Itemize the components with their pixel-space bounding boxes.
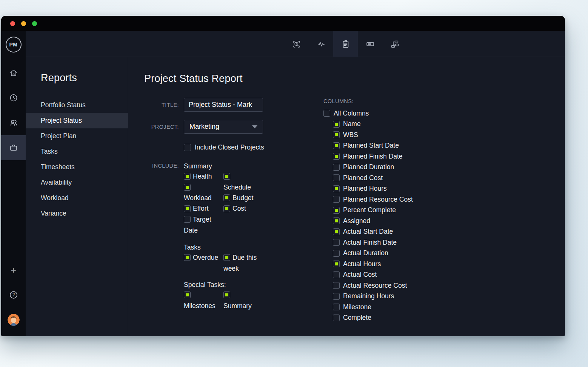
checkbox[interactable] (333, 174, 340, 181)
checkbox[interactable] (333, 271, 340, 278)
checkbox[interactable] (333, 239, 340, 246)
checkbox[interactable] (223, 254, 230, 261)
checkbox[interactable] (223, 205, 230, 212)
column-option-all-columns[interactable]: All Columns (323, 108, 448, 119)
toolbar-scan-search[interactable] (284, 31, 309, 57)
include-option-schedule[interactable]: Schedule (223, 171, 266, 193)
user-menu[interactable] (1, 307, 26, 332)
toolbar-reports[interactable] (333, 31, 358, 57)
column-option-label: Actual Cost (343, 271, 377, 279)
checkbox[interactable] (223, 173, 230, 180)
checkbox[interactable] (333, 121, 340, 128)
sidebar-item-project-plan[interactable]: Project Plan (26, 128, 128, 144)
include-option-effort[interactable]: Effort (184, 204, 223, 214)
checkbox[interactable] (184, 291, 191, 298)
toolbar-workflow[interactable] (382, 31, 407, 57)
include-option-health[interactable]: Health (184, 171, 223, 182)
checkbox[interactable] (223, 291, 230, 298)
checkbox[interactable] (184, 216, 191, 223)
help-button[interactable]: ? (1, 282, 26, 307)
column-option-planned-finish-date[interactable]: Planned Finish Date (333, 151, 448, 162)
sidebar-item-portfolio-status[interactable]: Portfolio Status (26, 97, 128, 113)
minimize-window-button[interactable] (21, 21, 26, 26)
checkbox[interactable] (333, 228, 340, 235)
column-option-milestone[interactable]: Milestone (333, 302, 448, 313)
checkbox[interactable] (223, 194, 230, 201)
column-option-label: Actual Duration (343, 249, 388, 257)
column-option-planned-start-date[interactable]: Planned Start Date (333, 140, 448, 151)
checkbox[interactable] (333, 304, 340, 310)
include-closed-checkbox[interactable] (184, 144, 191, 151)
checkbox[interactable] (184, 254, 191, 261)
checkbox[interactable] (333, 217, 340, 224)
column-option-wbs[interactable]: WBS (333, 130, 448, 140)
include-option-due-this-week[interactable]: Due thisweek (223, 252, 266, 274)
column-option-assigned[interactable]: Assigned (333, 216, 448, 227)
column-option-name[interactable]: Name (333, 119, 448, 130)
checkbox[interactable] (333, 261, 340, 267)
project-select[interactable]: Marketing (184, 120, 263, 134)
checkbox[interactable] (333, 250, 340, 257)
column-option-label: Remaining Hours (343, 292, 394, 300)
checkbox[interactable] (184, 205, 191, 212)
include-option-workload[interactable]: Workload (184, 182, 223, 204)
column-option-actual-hours[interactable]: Actual Hours (333, 259, 448, 270)
project-select-value: Marketing (189, 123, 219, 131)
column-option-planned-resource-cost[interactable]: Planned Resource Cost (333, 194, 448, 205)
checkbox[interactable] (184, 184, 191, 191)
sidebar-item-availability[interactable]: Availability (26, 175, 128, 190)
sidebar-item-workload[interactable]: Workload (26, 190, 128, 206)
checkbox[interactable] (333, 153, 340, 160)
column-option-label: Planned Cost (343, 174, 383, 182)
include-option-target-date[interactable]: TargetDate (184, 214, 223, 236)
title-input[interactable] (184, 98, 263, 112)
include-option-cost[interactable]: Cost (223, 204, 266, 214)
close-window-button[interactable] (10, 21, 15, 26)
column-option-actual-finish-date[interactable]: Actual Finish Date (333, 237, 448, 248)
include-option-budget[interactable]: Budget (223, 193, 266, 204)
checkbox[interactable] (333, 282, 340, 289)
include-closed-label: Include Closed Projects (195, 143, 264, 151)
include-option-label: Health (193, 173, 212, 180)
sidebar-item-tasks[interactable]: Tasks (26, 144, 128, 159)
include-option-label: Summary (223, 301, 266, 311)
nav-team[interactable] (1, 110, 26, 135)
column-option-complete[interactable]: Complete (333, 313, 448, 324)
checkbox[interactable] (333, 207, 340, 214)
nav-time[interactable] (1, 85, 26, 110)
column-option-planned-cost[interactable]: Planned Cost (333, 173, 448, 184)
column-option-planned-hours[interactable]: Planned Hours (333, 184, 448, 194)
checkbox[interactable] (333, 164, 340, 171)
pm-logo[interactable]: PM (6, 37, 22, 52)
column-option-actual-cost[interactable]: Actual Cost (333, 270, 448, 281)
include-option-overdue[interactable]: Overdue (184, 252, 223, 263)
checkbox[interactable] (333, 142, 340, 149)
column-option-percent-complete[interactable]: Percent Complete (333, 205, 448, 216)
checkbox[interactable] (333, 185, 340, 192)
nav-home[interactable] (1, 60, 26, 85)
add-button[interactable]: + (1, 258, 26, 282)
sidebar-item-variance[interactable]: Variance (26, 206, 128, 221)
checkbox[interactable] (333, 131, 340, 138)
nav-portfolio[interactable] (1, 135, 26, 160)
column-option-planned-duration[interactable]: Planned Duration (333, 162, 448, 173)
checkbox[interactable] (333, 293, 340, 300)
column-option-actual-start-date[interactable]: Actual Start Date (333, 227, 448, 237)
home-icon (9, 68, 18, 77)
checkbox[interactable] (333, 196, 340, 203)
sidebar-item-timesheets[interactable]: Timesheets (26, 159, 128, 175)
checkbox[interactable] (323, 110, 330, 117)
checkbox[interactable] (184, 173, 191, 180)
column-option-actual-duration[interactable]: Actual Duration (333, 248, 448, 259)
include-closed-option[interactable]: Include Closed Projects (184, 143, 317, 151)
include-option-summary[interactable]: Summary (223, 290, 266, 311)
zoom-window-button[interactable] (32, 21, 37, 26)
toolbar-activity[interactable] (309, 31, 333, 57)
sidebar-item-project-status[interactable]: Project Status (26, 113, 128, 128)
toolbar-card[interactable] (358, 31, 382, 57)
column-option-remaining-hours[interactable]: Remaining Hours (333, 291, 448, 302)
column-option-actual-resource-cost[interactable]: Actual Resource Cost (333, 280, 448, 291)
include-option-milestones[interactable]: Milestones (184, 290, 223, 311)
checkbox[interactable] (333, 315, 340, 321)
include-options: Summary HealthWorkloadEffortTargetDate S… (184, 161, 266, 311)
